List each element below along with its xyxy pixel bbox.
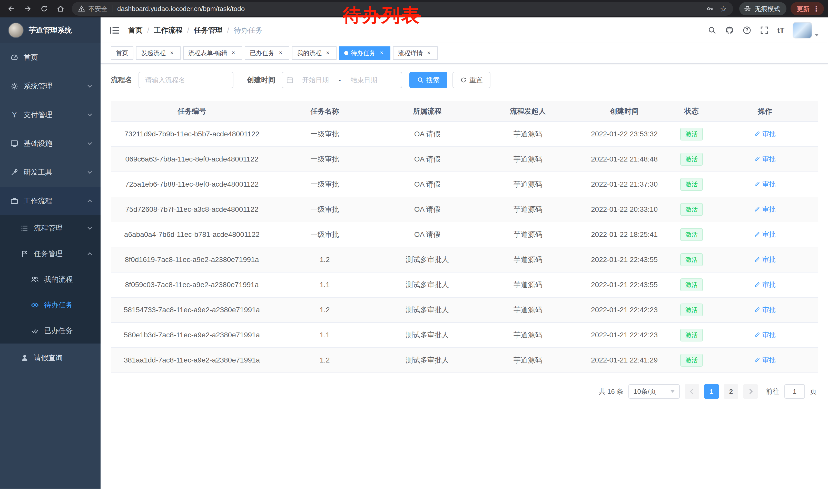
close-icon[interactable]: × xyxy=(277,49,284,57)
approve-link[interactable]: 审批 xyxy=(754,330,776,339)
home-button[interactable] xyxy=(53,2,68,16)
page-size-select[interactable]: 10条/页 xyxy=(628,384,680,399)
fullscreen-button[interactable] xyxy=(760,26,769,35)
end-date-input[interactable] xyxy=(343,76,385,84)
search-button[interactable] xyxy=(707,26,717,35)
edit-icon xyxy=(754,281,760,288)
tab-form-edit[interactable]: 流程表单-编辑× xyxy=(183,46,242,60)
sidebar-item-done-tasks[interactable]: 已办任务 xyxy=(0,318,100,343)
cell-status: 激活 xyxy=(671,297,712,322)
user-menu[interactable] xyxy=(793,22,819,39)
approve-link[interactable]: 审批 xyxy=(754,356,776,365)
approve-link[interactable]: 审批 xyxy=(754,280,776,289)
password-key-button[interactable] xyxy=(703,2,717,15)
security-label: 不安全 xyxy=(88,5,108,13)
logo-avatar xyxy=(8,22,24,38)
topbar: 首页 / 工作流程 / 任务管理 / 待办任务 tT xyxy=(100,17,828,43)
sidebar-item-label: 工作流程 xyxy=(24,196,52,206)
address-bar[interactable]: 不安全 dashboard.yudao.iocoder.cn/bpm/task/… xyxy=(72,2,733,16)
sidebar-item-task-mgmt[interactable]: 任务管理 xyxy=(0,241,100,267)
bookmark-button[interactable]: ☆ xyxy=(717,2,730,15)
cell-task-id: 069c6a63-7b8a-11ec-8ef0-acde48001122 xyxy=(111,147,273,172)
breadcrumb-workflow[interactable]: 工作流程 xyxy=(154,26,182,35)
tab-process-detail[interactable]: 流程详情× xyxy=(393,46,438,60)
cell-actions: 审批 xyxy=(712,272,818,297)
tab-todo-tasks[interactable]: 待办任务× xyxy=(339,46,390,60)
cell-create-time: 2022-01-21 22:42:23 xyxy=(578,322,671,348)
page-button-1[interactable]: 1 xyxy=(704,384,719,399)
breadcrumb-home[interactable]: 首页 xyxy=(128,26,142,35)
tab-home[interactable]: 首页 xyxy=(111,46,133,60)
chevron-up-icon xyxy=(88,199,92,204)
approve-link-label: 审批 xyxy=(762,205,776,214)
table-row: 580e1b3d-7ac8-11ec-a9e2-a2380e71991a 1.1… xyxy=(111,322,818,348)
kebab-menu-icon[interactable]: ⋮ xyxy=(813,5,820,13)
approve-link[interactable]: 审批 xyxy=(754,205,776,214)
close-icon[interactable]: × xyxy=(425,49,432,57)
cell-process: 测试多审批人 xyxy=(377,297,478,322)
approve-link[interactable]: 审批 xyxy=(754,130,776,138)
approve-link[interactable]: 审批 xyxy=(754,305,776,314)
hamburger-icon[interactable] xyxy=(109,25,120,36)
table-body: 73211d9d-7b9b-11ec-b5b7-acde48001122 一级审… xyxy=(111,122,818,373)
cell-task-id: 580e1b3d-7ac8-11ec-a9e2-a2380e71991a xyxy=(111,322,273,348)
font-size-icon[interactable]: tT xyxy=(777,26,784,35)
process-name-input[interactable] xyxy=(138,72,234,88)
cell-starter: 芋道源码 xyxy=(478,297,578,322)
approve-link[interactable]: 审批 xyxy=(754,154,776,164)
update-button[interactable]: 更新 ⋮ xyxy=(791,2,824,15)
column-header-create-time: 创建时间 xyxy=(578,101,671,122)
cell-status: 激活 xyxy=(671,272,712,297)
cell-actions: 审批 xyxy=(712,222,818,247)
prev-page-button[interactable] xyxy=(685,384,699,399)
tab-my-process[interactable]: 我的流程× xyxy=(292,46,336,60)
close-icon[interactable]: × xyxy=(324,49,331,57)
sidebar-item-system[interactable]: 系统管理 xyxy=(0,72,100,100)
close-icon[interactable]: × xyxy=(230,49,237,57)
reset-button[interactable]: 重置 xyxy=(452,72,490,88)
sidebar-item-leave-query[interactable]: 请假查询 xyxy=(0,343,100,372)
chevron-left-icon xyxy=(690,389,695,394)
approve-link[interactable]: 审批 xyxy=(754,255,776,264)
help-button[interactable] xyxy=(742,26,752,35)
topbar-actions: tT xyxy=(707,22,819,39)
next-page-button[interactable] xyxy=(743,384,758,399)
approve-link[interactable]: 审批 xyxy=(754,180,776,189)
sidebar-item-infrastructure[interactable]: 基础设施 xyxy=(0,129,100,158)
date-range-picker[interactable]: - xyxy=(282,72,402,88)
sidebar-item-home[interactable]: 首页 xyxy=(0,43,100,72)
sidebar-item-devtools[interactable]: 研发工具 xyxy=(0,158,100,187)
back-button[interactable] xyxy=(4,2,18,16)
tab-start-process[interactable]: 发起流程× xyxy=(136,46,180,60)
cell-task-id: 75d72608-7b7f-11ec-a3c8-acde48001122 xyxy=(111,197,273,222)
sidebar-item-todo-tasks[interactable]: 待办任务 xyxy=(0,292,100,318)
breadcrumb-task-mgmt[interactable]: 任务管理 xyxy=(194,26,223,35)
status-badge: 激活 xyxy=(680,253,703,266)
github-button[interactable] xyxy=(725,26,734,35)
incognito-badge: 无痕模式 xyxy=(739,2,786,15)
sidebar-item-label: 支付管理 xyxy=(24,110,52,120)
cell-create-time: 2022-01-22 21:37:30 xyxy=(578,172,671,197)
tab-label: 首页 xyxy=(116,49,128,57)
page-button-2[interactable]: 2 xyxy=(724,384,738,399)
logo[interactable]: 芋道管理系统 xyxy=(0,17,100,43)
close-icon[interactable]: × xyxy=(168,49,175,57)
cell-starter: 芋道源码 xyxy=(478,172,578,197)
cell-starter: 芋道源码 xyxy=(478,222,578,247)
sidebar-item-payment[interactable]: ¥ 支付管理 xyxy=(0,100,100,129)
goto-page-input[interactable] xyxy=(784,384,805,399)
sidebar-item-process-mgmt[interactable]: 流程管理 xyxy=(0,215,100,241)
forward-button[interactable] xyxy=(20,2,35,16)
status-badge: 激活 xyxy=(680,153,703,166)
sidebar-item-workflow[interactable]: 工作流程 xyxy=(0,187,100,215)
close-icon[interactable]: × xyxy=(378,49,385,57)
page-content: 流程名 创建时间 - 搜索 重置 xyxy=(100,63,828,504)
start-date-input[interactable] xyxy=(294,76,336,84)
reload-button[interactable] xyxy=(37,2,51,16)
cell-task-id: 381aa1dd-7ac8-11ec-a9e2-a2380e71991a xyxy=(111,348,273,373)
search-button[interactable]: 搜索 xyxy=(409,72,447,88)
cell-process: 测试多审批人 xyxy=(377,322,478,348)
sidebar-item-my-process[interactable]: 我的流程 xyxy=(0,267,100,292)
tab-done-tasks[interactable]: 已办任务× xyxy=(245,46,289,60)
approve-link[interactable]: 审批 xyxy=(754,230,776,239)
